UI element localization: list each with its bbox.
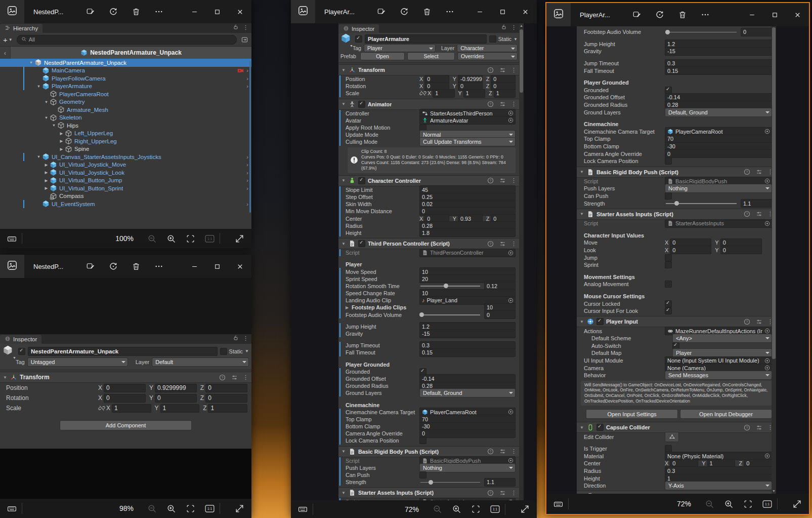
- help-icon[interactable]: ?: [744, 318, 750, 325]
- chevron-right-icon[interactable]: ›: [246, 162, 248, 168]
- maximize-button[interactable]: [763, 3, 786, 26]
- analog-movement-checkbox[interactable]: [665, 281, 672, 288]
- component-header-basic-rigid-body-push-script[interactable]: ▼Basic Rigid Body Push (Script)?⋮: [338, 446, 520, 457]
- tree-item-nestedparentarmature-unpack[interactable]: ▼NestedParentArmature_Unpack: [0, 59, 251, 67]
- presets-icon[interactable]: [756, 211, 762, 217]
- object-picker-icon[interactable]: [508, 117, 514, 123]
- tree-item-ui-virtual-button-jump[interactable]: ▶UI_Virtual_Button_Jump›: [0, 177, 251, 185]
- tag-dropdown[interactable]: Untagged: [27, 357, 128, 367]
- rotation-input[interactable]: 0: [104, 394, 146, 403]
- collapse-arrow-icon[interactable]: ▼: [43, 115, 50, 120]
- annotate-icon[interactable]: [632, 10, 642, 19]
- zoom-in-icon[interactable]: [166, 504, 176, 513]
- rotate-icon[interactable]: [109, 7, 118, 16]
- maximize-button[interactable]: [206, 0, 229, 23]
- chevron-right-icon[interactable]: ›: [246, 154, 248, 160]
- fit-screen-icon[interactable]: [186, 504, 195, 513]
- tab-inspector[interactable]: Inspector: [0, 335, 41, 344]
- collapse-arrow-icon[interactable]: ▼: [28, 60, 34, 65]
- object-picker-icon[interactable]: [764, 178, 770, 184]
- component-header-character-controller[interactable]: ▼Character Controller?⋮: [338, 175, 520, 186]
- jump-checkbox[interactable]: [665, 254, 672, 261]
- menu-kebab-icon[interactable]: ⋮: [511, 101, 517, 107]
- chevron-right-icon[interactable]: ›: [246, 177, 248, 183]
- expand-arrow-icon[interactable]: ▶: [58, 131, 65, 136]
- chevron-right-icon[interactable]: ›: [246, 170, 248, 176]
- zoom-in-icon[interactable]: [452, 504, 461, 514]
- foldout-icon[interactable]: ▼: [341, 102, 346, 106]
- help-icon[interactable]: ?: [744, 169, 750, 175]
- script-object-field[interactable]: ThirdPersonController: [419, 249, 516, 257]
- cursor-locked-checkbox[interactable]: [665, 300, 672, 307]
- object-picker-icon[interactable]: [764, 358, 770, 364]
- tree-item-geometry[interactable]: ▼Geometry: [0, 98, 251, 106]
- push-layers-dropdown[interactable]: Nothing: [665, 184, 772, 193]
- minimize-button[interactable]: [468, 0, 491, 23]
- fullscreen-icon[interactable]: [792, 499, 802, 509]
- ground-layers-dropdown[interactable]: Default, Ground: [419, 388, 516, 397]
- object-picker-icon[interactable]: [764, 365, 770, 371]
- lock-icon[interactable]: [233, 23, 239, 32]
- layer-dropdown[interactable]: Character: [457, 44, 518, 52]
- collapse-arrow-icon[interactable]: ▼: [51, 123, 57, 128]
- expand-arrow-icon[interactable]: ▶: [58, 139, 65, 143]
- close-button[interactable]: [229, 255, 251, 278]
- menu-kebab-icon[interactable]: ⋮: [243, 336, 248, 341]
- presets-icon[interactable]: [499, 490, 506, 496]
- look-input[interactable]: 0: [720, 246, 762, 254]
- foldout-icon[interactable]: ▼: [579, 320, 584, 324]
- zoom-out-icon[interactable]: [433, 504, 442, 514]
- tree-item-ui-canvas-starterassetsinputs-joysticks[interactable]: ▼UI_Canvas_StarterAssetsInputs_Joysticks…: [0, 153, 251, 161]
- menu-kebab-icon[interactable]: ⋮: [511, 241, 517, 247]
- help-icon[interactable]: ?: [744, 211, 750, 217]
- help-icon[interactable]: ?: [487, 490, 494, 496]
- position-input[interactable]: 0: [205, 384, 247, 392]
- tree-item-playerfollowcamera[interactable]: PlayerFollowCamera›: [0, 74, 251, 83]
- inspector-scrollbar[interactable]: ▲: [519, 23, 524, 500]
- edit-collider-button[interactable]: [665, 432, 679, 442]
- tree-item-ui-virtual-joystick-move[interactable]: ▶UI_Virtual_Joystick_Move›: [0, 161, 251, 169]
- ground-layers-dropdown[interactable]: Default, Ground: [665, 108, 772, 117]
- titlebar-inspector-small[interactable]: NestedP...: [0, 255, 251, 278]
- tree-item-hips[interactable]: ▼Hips: [0, 122, 251, 130]
- breadcrumb[interactable]: NestedParentArmature_Unpack: [11, 49, 251, 56]
- help-icon[interactable]: ?: [219, 374, 226, 381]
- expand-arrow-icon[interactable]: ▶: [43, 170, 50, 175]
- open-input-settings-button[interactable]: Open Input Settings: [586, 409, 678, 419]
- strength-input[interactable]: 1.1: [741, 199, 772, 208]
- object-picker-icon[interactable]: [764, 328, 770, 334]
- chevron-right-icon[interactable]: ›: [246, 185, 248, 191]
- foldout-icon[interactable]: ▶: [346, 305, 352, 310]
- tree-item-left-upperleg[interactable]: ▶Left_UpperLeg: [0, 130, 251, 138]
- menu-kebab-icon[interactable]: ⋮: [511, 490, 517, 496]
- is-trigger-checkbox[interactable]: [665, 445, 672, 452]
- minimize-button[interactable]: [183, 0, 206, 23]
- layer-dropdown[interactable]: Default: [152, 357, 249, 367]
- one-to-one-icon[interactable]: 1:1: [762, 499, 772, 509]
- collapse-arrow-icon[interactable]: ▼: [35, 84, 42, 89]
- link-scale-icon[interactable]: [98, 405, 105, 412]
- default-scheme-dropdown[interactable]: <Any>: [672, 334, 772, 343]
- tree-item-ui-virtual-joystick-look[interactable]: ▶UI_Virtual_Joystick_Look›: [0, 169, 251, 177]
- menu-kebab-icon[interactable]: ⋮: [511, 25, 517, 30]
- lock-camera-position-checkbox[interactable]: [419, 437, 426, 444]
- height-input[interactable]: 1.8: [419, 228, 516, 237]
- static-checkbox[interactable]: [220, 348, 227, 355]
- behavior-dropdown[interactable]: Send Messages: [665, 371, 772, 380]
- prefab-overrides-dropdown[interactable]: Overrides: [457, 52, 518, 60]
- footstep-audio-volume-slider[interactable]: [666, 28, 737, 35]
- foldout-icon[interactable]: ▼: [341, 491, 346, 495]
- object-picker-icon[interactable]: [764, 221, 770, 226]
- sprint-checkbox[interactable]: [665, 261, 672, 268]
- avatar-object-field[interactable]: ArmatureAvatar: [419, 116, 516, 125]
- lock-icon[interactable]: [501, 23, 507, 32]
- more-icon[interactable]: [154, 262, 163, 271]
- can-push-checkbox[interactable]: [665, 192, 672, 200]
- tab-hierarchy[interactable]: Hierarchy: [0, 24, 42, 33]
- annotate-icon[interactable]: [86, 7, 95, 16]
- expand-arrow-icon[interactable]: ▶: [58, 147, 65, 151]
- chevron-right-icon[interactable]: ›: [246, 201, 248, 207]
- presets-icon[interactable]: [499, 448, 506, 455]
- object-picker-icon[interactable]: [508, 110, 514, 116]
- inspector-scrollbar[interactable]: ▼: [772, 26, 776, 494]
